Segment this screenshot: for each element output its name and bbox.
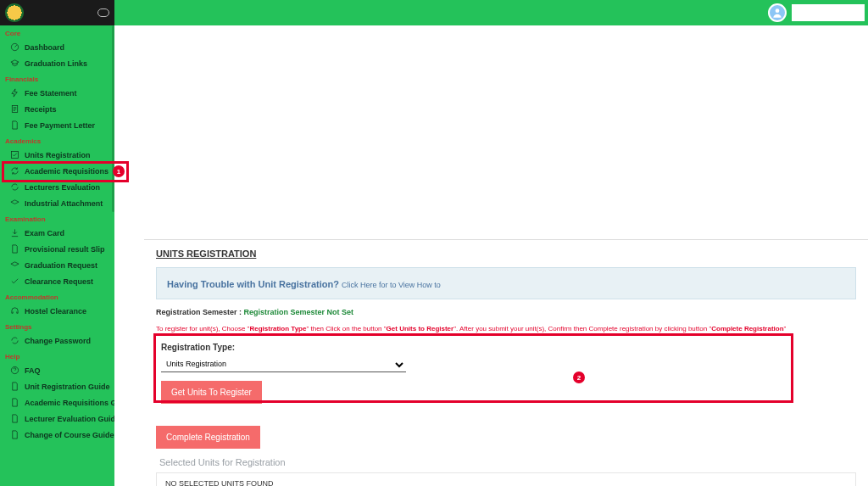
registration-type-select[interactable]: Units Registration: [161, 357, 406, 372]
instruction-text: To register for unit(s), Choose "Registr…: [156, 325, 856, 332]
sidebar-item-hostel-clearance[interactable]: Hostel Clearance: [0, 303, 114, 319]
headset-icon: [10, 306, 19, 316]
sidebar-item-graduation-request[interactable]: Graduation Request: [0, 257, 114, 273]
sidebar-item-label: Exam Card: [25, 229, 64, 237]
bolt-icon: [10, 88, 19, 98]
doc-icon: [10, 414, 19, 423]
user-avatar[interactable]: [768, 3, 787, 22]
refresh-icon: [10, 336, 19, 345]
sidebar-item-change-password[interactable]: Change Password: [0, 332, 114, 349]
download-icon: [10, 228, 19, 237]
sidebar-item-receipts[interactable]: Receipts: [0, 101, 114, 117]
grad-icon: [10, 59, 19, 68]
no-units-message: NO SELECTED UNITS FOUND: [156, 472, 856, 487]
sidebar-item-label: Academic Requisitions: [25, 167, 108, 176]
registration-form: Registration Type: Units Registration Ge…: [156, 339, 856, 412]
top-header: [0, 0, 868, 25]
doc-icon: [10, 244, 19, 254]
check-icon: [10, 277, 19, 286]
sidebar-item-label: Unit Registration Guide: [25, 383, 110, 391]
sidebar-item-label: Units Registration: [25, 151, 91, 159]
annotation-marker-1: 1: [113, 165, 125, 177]
sidebar-item-label: Lecturers Evaluation: [25, 183, 100, 192]
help-banner-bold: Having Trouble with Unit Registration?: [167, 279, 342, 289]
sidebar-item-unit-registration-guide[interactable]: Unit Registration Guide: [0, 378, 114, 394]
sidebar-item-industrial-attachment[interactable]: Industrial Attachment: [0, 195, 114, 211]
grad-icon: [10, 260, 19, 270]
sidebar-item-fee-payment-letter[interactable]: Fee Payment Letter: [0, 117, 114, 133]
sidebar-item-label: Academic Requisitions Guide: [25, 399, 114, 407]
svg-point-0: [776, 8, 780, 13]
sidebar-item-label: Graduation Request: [25, 261, 97, 270]
page-title: UNITS REGISTRATION: [156, 249, 856, 259]
sidebar-section-financials: Financials: [0, 71, 114, 85]
sidebar-item-label: Dashboard: [25, 43, 64, 52]
sidebar-section-examination: Examination: [0, 211, 114, 225]
sidebar-section-core: Core: [0, 25, 114, 39]
sidebar-item-faq[interactable]: FAQ: [0, 362, 114, 378]
sidebar-item-change-of-course-guide[interactable]: Change of Course Guide: [0, 427, 114, 443]
sidebar-item-exam-card[interactable]: Exam Card: [0, 225, 114, 241]
sidebar-item-provisional-result-slip[interactable]: Provisional result Slip: [0, 241, 114, 257]
sidebar-item-clearance-request[interactable]: Clearance Request: [0, 273, 114, 289]
sidebar: Core Dashboard Graduation Links Financia…: [0, 0, 114, 486]
gauge-icon: [10, 42, 19, 52]
sidebar-item-label: Industrial Attachment: [25, 199, 103, 208]
help-banner-link: Click Here for to View How to: [342, 281, 441, 289]
sidebar-item-academic-requisitions[interactable]: Academic Requisitions: [0, 163, 114, 179]
sidebar-item-fee-statement[interactable]: Fee Statement: [0, 85, 114, 101]
get-units-button[interactable]: Get Units To Register: [161, 381, 262, 404]
refresh-icon: [10, 166, 19, 176]
sidebar-item-units-registration[interactable]: Units Registration: [0, 147, 114, 163]
sidebar-item-label: Clearance Request: [25, 277, 93, 286]
sidebar-item-label: Change Password: [25, 337, 91, 345]
registration-semester: Registration Semester : Registration Sem…: [156, 308, 856, 316]
check-square-icon: [10, 150, 19, 159]
registration-semester-label: Registration Semester :: [156, 308, 244, 316]
sidebar-item-dashboard[interactable]: Dashboard: [0, 39, 114, 55]
sidebar-section-accommodation: Accommodation: [0, 289, 114, 303]
question-icon: [10, 366, 19, 375]
selected-units-heading: Selected Units for Registration: [159, 457, 856, 467]
main-content: UNITS REGISTRATION Having Trouble with U…: [144, 239, 868, 486]
sidebar-item-label: Provisional result Slip: [25, 245, 105, 254]
refresh-icon: [10, 182, 19, 192]
top-search-input[interactable]: [792, 4, 865, 21]
sidebar-scrollbar[interactable]: [112, 25, 114, 212]
complete-registration-button[interactable]: Complete Registration: [156, 426, 260, 449]
sidebar-section-academics: Academics: [0, 133, 114, 147]
receipt-icon: [10, 104, 19, 114]
registration-type-label: Registration Type:: [161, 343, 851, 352]
doc-icon: [10, 120, 19, 130]
sidebar-item-label: Hostel Clearance: [25, 307, 86, 316]
sidebar-item-academic-requisitions-guide[interactable]: Academic Requisitions Guide: [0, 394, 114, 411]
grad-icon: [10, 198, 19, 208]
sidebar-item-graduation-links[interactable]: Graduation Links: [0, 55, 114, 71]
doc-icon: [10, 398, 19, 407]
sidebar-item-label: FAQ: [25, 366, 41, 375]
sidebar-item-label: Receipts: [25, 105, 57, 114]
sidebar-item-lecturers-evaluation[interactable]: Lecturers Evaluation: [0, 179, 114, 195]
person-icon: [771, 7, 783, 19]
sidebar-item-label: Change of Course Guide: [25, 431, 114, 439]
annotation-marker-2: 2: [573, 371, 585, 383]
sidebar-header: [0, 0, 114, 25]
sidebar-section-help: Help: [0, 349, 114, 362]
theme-toggle-icon[interactable]: [97, 8, 109, 17]
sidebar-item-label: Lecturer Evaluation Guide: [25, 415, 114, 423]
sidebar-section-settings: Settings: [0, 319, 114, 332]
sidebar-item-label: Graduation Links: [25, 59, 87, 68]
sidebar-item-lecturer-evaluation-guide[interactable]: Lecturer Evaluation Guide: [0, 411, 114, 427]
doc-icon: [10, 382, 19, 391]
sidebar-item-label: Fee Payment Letter: [25, 121, 95, 130]
registration-semester-value: Registration Semester Not Set: [244, 308, 354, 316]
logo-icon: [5, 3, 24, 22]
help-banner[interactable]: Having Trouble with Unit Registration? C…: [156, 267, 856, 299]
doc-icon: [10, 430, 19, 439]
sidebar-item-label: Fee Statement: [25, 89, 77, 98]
